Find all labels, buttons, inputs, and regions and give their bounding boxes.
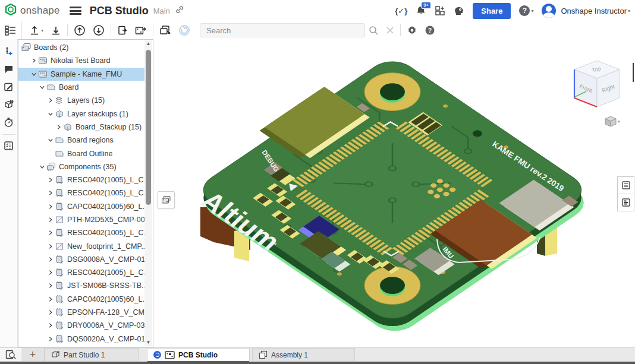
measure-timer-icon[interactable] [2, 115, 16, 129]
workspace-label[interactable]: Main [153, 7, 170, 15]
learning-center-icon[interactable] [454, 5, 464, 16]
tree-row[interactable]: EPSON-FA-128_V_CM... [18, 306, 144, 319]
user-name: Onshape Instructor [561, 7, 627, 15]
tree-row[interactable]: RESC0402(1005)_L_C... [18, 226, 144, 239]
board-plain-icon [55, 149, 65, 159]
chevron-icon[interactable] [55, 124, 63, 130]
tree-row[interactable]: Components (35) [18, 160, 144, 173]
tree-row[interactable]: CAPC0402(1005)60_L... [18, 293, 144, 306]
tab-pcb-studio[interactable]: PCB Studio [147, 348, 250, 361]
edit-notes-icon[interactable] [2, 80, 16, 94]
tree-row[interactable]: Board [18, 81, 144, 94]
tab-assembly-1[interactable]: Assembly 1 [252, 348, 355, 361]
tree-row[interactable]: Sample - Kame_FMU [18, 68, 144, 81]
board-icon [38, 69, 48, 79]
tree-row[interactable]: RESC0402(1005)_L_C... [18, 186, 144, 200]
scroll-up-icon[interactable]: ▲ [144, 40, 152, 48]
apps-grid-icon[interactable] [435, 5, 445, 16]
chevron-icon[interactable] [46, 230, 55, 236]
manage-components-button[interactable] [156, 21, 175, 39]
notifications-bell-icon[interactable]: 9+ [416, 5, 426, 16]
chevron-icon[interactable] [30, 71, 38, 77]
chevron-icon[interactable] [46, 257, 55, 262]
avatar[interactable] [542, 4, 556, 18]
chevron-icon[interactable] [46, 137, 55, 143]
comments-icon[interactable] [2, 62, 16, 76]
isometric-view-button[interactable]: ▾ [604, 115, 622, 128]
view-cube[interactable]: Top Front Right [562, 55, 631, 119]
tree-row[interactable]: DSG0008A_V_CMP-01... [18, 253, 144, 266]
chevron-icon[interactable] [46, 296, 55, 302]
tree-row[interactable]: Boards (2) [18, 41, 144, 54]
tree-scrollbar[interactable]: ▲ ▼ [144, 40, 152, 346]
scrollbar-thumb[interactable] [146, 50, 151, 205]
search-input[interactable] [205, 26, 360, 36]
tree-row[interactable]: Board regions [18, 134, 144, 147]
export-button[interactable] [47, 21, 65, 39]
help-menu[interactable]: ? ▾ [519, 5, 533, 16]
chevron-icon[interactable] [38, 84, 46, 90]
tree-row[interactable]: DQS0020A_V_CMP-01... [18, 333, 144, 346]
tree-row[interactable]: CAPC0402(1005)60_L... [18, 200, 144, 213]
open-board-external-button[interactable] [131, 21, 150, 39]
bom-table-icon[interactable] [2, 138, 16, 153]
tree-row[interactable]: Board_Stackup (15) [18, 121, 144, 134]
toolbar-help-icon[interactable]: ? [421, 21, 439, 39]
help-icon[interactable]: ? [519, 5, 530, 16]
settings-gear-icon[interactable] [403, 21, 421, 39]
chevron-icon[interactable] [38, 164, 46, 170]
scroll-down-icon[interactable]: ▼ [144, 339, 152, 346]
add-tab-button[interactable]: + [21, 348, 45, 361]
tree-row[interactable] [18, 346, 144, 347]
import-caret-icon[interactable]: ▾ [41, 28, 43, 33]
search-submit-icon[interactable] [365, 21, 382, 39]
chevron-icon[interactable] [46, 97, 55, 103]
tree-row[interactable]: JST-SM06B-SRSS-TB... [18, 279, 144, 292]
chevron-icon[interactable] [46, 204, 55, 210]
tree-row[interactable]: Layer stackups (1) [18, 107, 144, 120]
part-help-icon[interactable]: ? [2, 97, 16, 112]
chevron-icon[interactable] [46, 190, 55, 196]
pcb-3d-viewport[interactable]: Altium ™ DEBUG KAME FMU rev.2 2019 IMU T… [153, 39, 635, 347]
paste-board-button[interactable] [114, 21, 131, 39]
boards-icon [21, 43, 32, 52]
pull-from-altium-button[interactable] [89, 21, 108, 39]
chevron-icon[interactable] [46, 336, 55, 342]
tree-item-label: Board_Stackup (15) [76, 123, 142, 131]
tree-row[interactable]: Layers (15) [18, 94, 144, 107]
properties-panel-button[interactable] [618, 177, 634, 194]
tab-part-studio-1[interactable]: Part Studio 1 [45, 348, 139, 361]
chevron-icon[interactable] [46, 217, 55, 223]
boards-flyout-button[interactable] [158, 191, 175, 208]
tree-row[interactable]: Board Outline [18, 147, 144, 160]
toolbar-search[interactable] [200, 23, 365, 37]
tree-item-label: JST-SM06B-SRSS-TB... [67, 281, 144, 290]
insert-item-icon[interactable] [2, 44, 16, 58]
search-clear-icon[interactable] [382, 21, 398, 39]
import-button[interactable]: ▾ [26, 21, 47, 39]
tree-row[interactable]: RESC0402(1005)_L_C... [18, 266, 144, 279]
share-link-icon[interactable] [175, 5, 184, 17]
layers-panel-button[interactable] [618, 194, 634, 211]
tree-row[interactable]: New_footprint_1_CMP... [18, 239, 144, 252]
chevron-icon[interactable] [46, 270, 55, 276]
push-to-altium-button[interactable] [70, 21, 89, 39]
user-menu[interactable]: Onshape Instructor ▾ [542, 4, 630, 18]
chevron-icon[interactable] [46, 322, 55, 328]
feature-tree-toggle-button[interactable] [0, 21, 22, 39]
chevron-icon[interactable] [30, 58, 38, 64]
chevron-icon[interactable] [46, 177, 55, 183]
main-menu-icon[interactable] [70, 7, 81, 15]
chevron-icon[interactable] [46, 283, 55, 289]
chevron-icon[interactable] [46, 111, 55, 117]
search-elements-button[interactable] [0, 348, 22, 361]
tree-row[interactable]: Nikolai Test Board [18, 54, 144, 67]
chevron-icon[interactable] [46, 243, 55, 249]
share-button[interactable]: Share [473, 3, 511, 19]
tree-row[interactable]: DRY0006A_V_CMP-03... [18, 319, 144, 332]
versions-icon[interactable]: {✓} [395, 7, 407, 15]
tree-row[interactable]: RESC0402(1005)_L_C... [18, 173, 144, 186]
chevron-icon[interactable] [46, 309, 55, 315]
component-icon [55, 188, 65, 198]
tree-row[interactable]: PTH-M2D5X5_CMP-00... [18, 213, 144, 226]
